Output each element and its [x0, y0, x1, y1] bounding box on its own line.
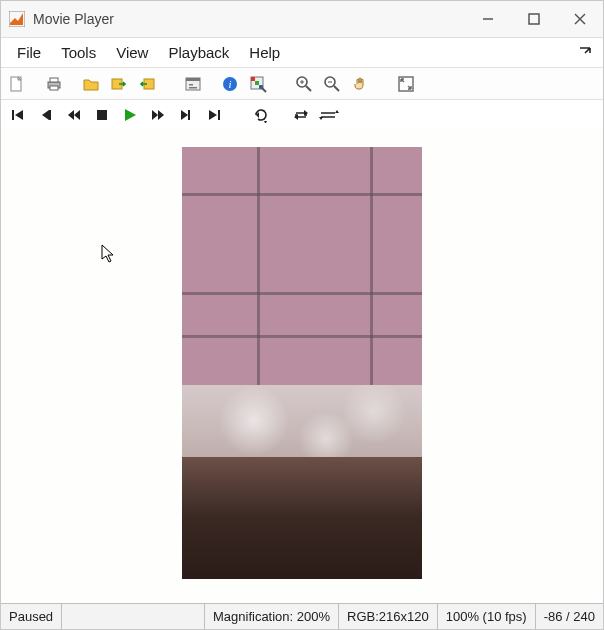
jump-to-button[interactable] — [251, 104, 273, 126]
svg-rect-14 — [186, 78, 200, 81]
fit-window-button[interactable] — [394, 72, 418, 96]
minimize-button[interactable] — [465, 1, 511, 37]
import-workspace-button[interactable] — [135, 72, 159, 96]
export-workspace-button[interactable] — [107, 72, 131, 96]
print-button[interactable] — [42, 72, 66, 96]
pixel-region-button[interactable] — [246, 72, 270, 96]
pan-button[interactable] — [348, 72, 372, 96]
info-button[interactable]: i — [218, 72, 242, 96]
menu-playback[interactable]: Playback — [158, 39, 239, 66]
svg-text:i: i — [228, 78, 231, 90]
open-folder-button[interactable] — [79, 72, 103, 96]
video-info-button[interactable] — [181, 72, 205, 96]
status-frame: -86 / 240 — [536, 604, 603, 629]
titlebar: Movie Player — [1, 1, 603, 37]
svg-marker-40 — [152, 110, 158, 120]
repeat-button[interactable] — [290, 104, 312, 126]
statusbar: Paused Magnification: 200% RGB:216x120 1… — [1, 603, 603, 629]
svg-marker-41 — [158, 110, 164, 120]
main-toolbar: i — [1, 67, 603, 99]
menubar: File Tools View Playback Help — [1, 37, 603, 67]
go-first-button[interactable] — [7, 104, 29, 126]
svg-marker-51 — [319, 117, 323, 120]
zoom-in-button[interactable] — [292, 72, 316, 96]
menu-tools[interactable]: Tools — [51, 39, 106, 66]
svg-rect-45 — [218, 110, 220, 120]
status-state: Paused — [1, 604, 62, 629]
matlab-app-icon — [9, 11, 25, 27]
maximize-button[interactable] — [511, 1, 557, 37]
grid-line — [182, 292, 422, 295]
close-button[interactable] — [557, 1, 603, 37]
rewind-button[interactable] — [63, 104, 85, 126]
go-last-button[interactable] — [203, 104, 225, 126]
fast-forward-button[interactable] — [147, 104, 169, 126]
window-title: Movie Player — [33, 11, 114, 27]
svg-rect-21 — [255, 81, 259, 85]
mouse-cursor-icon — [101, 244, 115, 264]
svg-rect-38 — [97, 110, 107, 120]
svg-marker-0 — [10, 13, 23, 25]
grid-line — [182, 335, 422, 338]
svg-marker-33 — [15, 110, 23, 120]
status-format: RGB:216x120 — [339, 604, 438, 629]
svg-rect-9 — [50, 78, 58, 82]
svg-rect-43 — [188, 110, 190, 120]
play-button[interactable] — [119, 104, 141, 126]
svg-marker-34 — [42, 110, 49, 120]
status-magnification: Magnification: 200% — [205, 604, 339, 629]
status-spacer — [62, 604, 205, 629]
svg-marker-36 — [68, 110, 74, 120]
video-display-area[interactable] — [1, 129, 603, 603]
svg-line-29 — [334, 86, 339, 91]
menu-help[interactable]: Help — [239, 39, 290, 66]
svg-rect-10 — [50, 86, 58, 90]
status-rate: 100% (10 fps) — [438, 604, 536, 629]
grid-line — [182, 193, 422, 196]
svg-rect-15 — [189, 84, 193, 86]
svg-marker-44 — [209, 110, 217, 120]
ab-repeat-button[interactable] — [318, 104, 340, 126]
svg-rect-3 — [529, 14, 539, 24]
svg-rect-16 — [189, 87, 197, 89]
window: Movie Player File Tools View Playback He… — [0, 0, 604, 630]
svg-line-25 — [306, 86, 311, 91]
svg-marker-47 — [264, 121, 267, 123]
svg-rect-32 — [12, 110, 14, 120]
svg-marker-52 — [102, 245, 113, 262]
playback-toolbar — [1, 99, 603, 129]
dock-button[interactable] — [573, 42, 597, 64]
zoom-out-button[interactable] — [320, 72, 344, 96]
video-frame — [182, 147, 422, 579]
step-back-button[interactable] — [35, 104, 57, 126]
svg-rect-20 — [251, 77, 255, 81]
menu-view[interactable]: View — [106, 39, 158, 66]
water-region — [182, 457, 422, 579]
menu-file[interactable]: File — [7, 39, 51, 66]
stop-button[interactable] — [91, 104, 113, 126]
step-forward-button[interactable] — [175, 104, 197, 126]
new-file-button[interactable] — [5, 72, 29, 96]
svg-marker-37 — [74, 110, 80, 120]
svg-marker-42 — [181, 110, 188, 120]
svg-marker-50 — [335, 110, 339, 113]
svg-marker-39 — [125, 109, 136, 121]
svg-rect-35 — [49, 110, 51, 120]
